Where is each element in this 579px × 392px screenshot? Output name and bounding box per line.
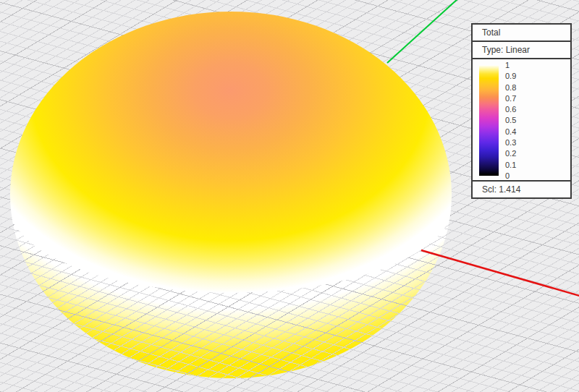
colorbar-tick-label: 0.7	[505, 94, 516, 103]
colorbar-tick-label: 0.3	[505, 138, 516, 147]
colorbar-tick-label: 0.6	[505, 105, 516, 114]
colorbar-tick-label: 0.9	[505, 72, 516, 80]
colorbar-tick-label: 0.1	[505, 161, 516, 169]
colorbar-tick-label: 1	[505, 61, 516, 69]
radiation-pattern-sphere	[10, 12, 452, 378]
colorbar-tick-label: 0.2	[505, 149, 516, 158]
3d-pattern-viewport[interactable]: Total Type: Linear 1 0.9 0.8 0.7 0.6 0.5…	[0, 0, 579, 392]
legend-scale-label: Scl: 1.414	[473, 180, 570, 197]
colorbar-tick-label: 0.5	[505, 116, 516, 124]
colorbar	[479, 65, 499, 176]
colorbar-tick-label: 0	[505, 171, 516, 180]
legend-type-label: Type: Linear	[473, 42, 570, 59]
colorbar-tick-labels: 1 0.9 0.8 0.7 0.6 0.5 0.4 0.3 0.2 0.1 0	[505, 61, 516, 180]
legend-panel[interactable]: Total Type: Linear 1 0.9 0.8 0.7 0.6 0.5…	[471, 23, 572, 199]
colorbar-section: 1 0.9 0.8 0.7 0.6 0.5 0.4 0.3 0.2 0.1 0	[473, 59, 570, 180]
colorbar-tick-label: 0.4	[505, 127, 516, 136]
colorbar-tick-label: 0.8	[505, 83, 516, 92]
legend-title: Total	[473, 25, 570, 42]
